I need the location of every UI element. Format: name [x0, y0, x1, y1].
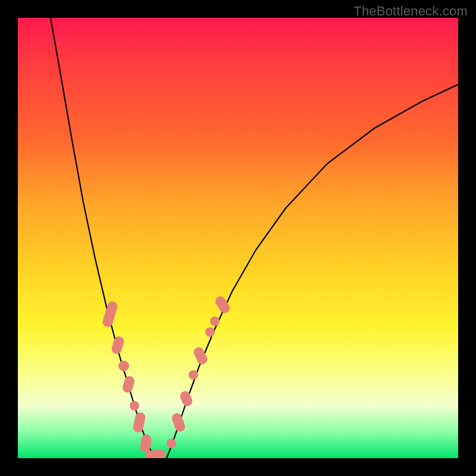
watermark-text: TheBottleneck.com [353, 4, 468, 19]
marker-dot [205, 327, 215, 337]
marker-pill [132, 412, 146, 434]
marker-dot [210, 317, 220, 326]
marker-dot [118, 361, 129, 371]
curve-left-branch [51, 18, 155, 458]
marker-pill [110, 335, 125, 355]
markers-group [101, 295, 231, 458]
marker-pill [171, 412, 187, 433]
marker-pill [121, 375, 136, 394]
marker-dot [130, 401, 139, 411]
curves-group [51, 18, 458, 458]
marker-dot [167, 439, 176, 448]
marker-pill [101, 300, 118, 328]
chart-frame: TheBottleneck.com [0, 0, 476, 476]
curve-right-branch [167, 84, 458, 458]
marker-dot [189, 370, 198, 380]
chart-svg [18, 18, 458, 458]
marker-pill [178, 390, 194, 408]
plot-area [18, 18, 458, 458]
